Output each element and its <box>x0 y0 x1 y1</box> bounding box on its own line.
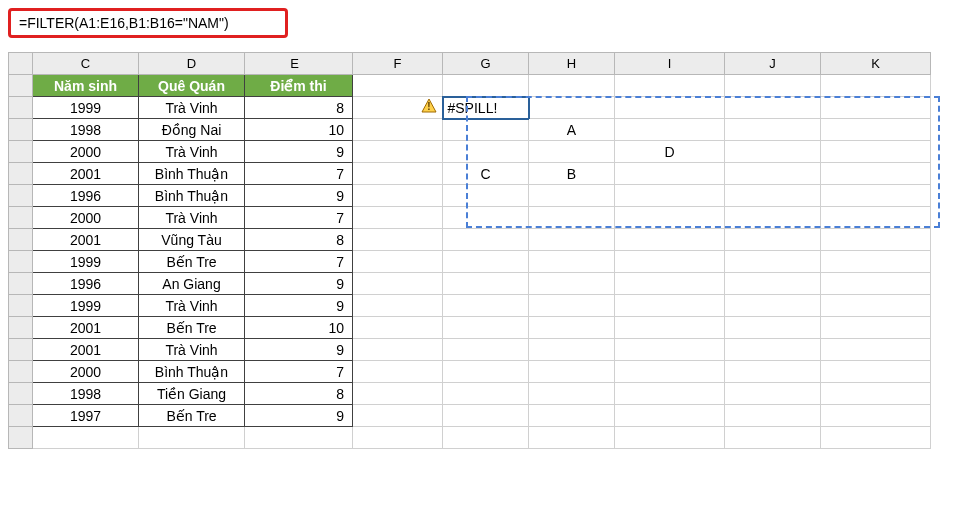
cell[interactable] <box>615 97 725 119</box>
cell[interactable] <box>725 361 821 383</box>
row-header[interactable] <box>9 185 33 207</box>
col-header-f[interactable]: F <box>353 53 443 75</box>
cell[interactable] <box>443 273 529 295</box>
cell[interactable] <box>353 251 443 273</box>
cell[interactable] <box>725 427 821 449</box>
cell[interactable] <box>615 339 725 361</box>
cell[interactable] <box>615 163 725 185</box>
cell[interactable] <box>443 185 529 207</box>
row-header[interactable] <box>9 229 33 251</box>
cell[interactable] <box>529 207 615 229</box>
cell[interactable]: 2001 <box>33 163 139 185</box>
cell[interactable] <box>443 119 529 141</box>
cell[interactable] <box>821 251 931 273</box>
cell[interactable]: 10 <box>245 119 353 141</box>
cell[interactable] <box>443 141 529 163</box>
cell[interactable] <box>725 229 821 251</box>
cell[interactable] <box>821 163 931 185</box>
cell[interactable] <box>821 295 931 317</box>
cell[interactable] <box>443 207 529 229</box>
cell[interactable] <box>615 119 725 141</box>
cell[interactable] <box>529 251 615 273</box>
cell[interactable] <box>353 339 443 361</box>
cell[interactable]: Bến Tre <box>139 251 245 273</box>
row-header[interactable] <box>9 251 33 273</box>
cell[interactable] <box>529 185 615 207</box>
cell[interactable] <box>615 427 725 449</box>
cell[interactable]: 10 <box>245 317 353 339</box>
cell[interactable] <box>443 405 529 427</box>
cell[interactable] <box>821 427 931 449</box>
row-header[interactable] <box>9 383 33 405</box>
cell[interactable] <box>443 295 529 317</box>
cell[interactable] <box>725 251 821 273</box>
cell[interactable] <box>821 317 931 339</box>
cell[interactable] <box>725 163 821 185</box>
cell[interactable]: 2000 <box>33 361 139 383</box>
cell[interactable] <box>615 75 725 97</box>
row-header[interactable] <box>9 361 33 383</box>
spreadsheet-grid[interactable]: C D E F G H I J K Năm sinh Quê Quán Điểm… <box>8 52 931 449</box>
cell[interactable] <box>725 207 821 229</box>
cell[interactable] <box>529 427 615 449</box>
cell[interactable] <box>529 317 615 339</box>
col-header-e[interactable]: E <box>245 53 353 75</box>
row-header[interactable] <box>9 317 33 339</box>
cell[interactable]: 7 <box>245 251 353 273</box>
cell[interactable] <box>353 273 443 295</box>
cell[interactable]: A <box>529 119 615 141</box>
cell[interactable] <box>615 361 725 383</box>
row-header[interactable] <box>9 141 33 163</box>
cell[interactable] <box>821 339 931 361</box>
row-header[interactable] <box>9 295 33 317</box>
cell[interactable] <box>529 361 615 383</box>
cell[interactable] <box>615 251 725 273</box>
col-header-j[interactable]: J <box>725 53 821 75</box>
corner-cell[interactable] <box>9 53 33 75</box>
cell[interactable] <box>245 427 353 449</box>
cell[interactable] <box>821 141 931 163</box>
cell[interactable]: 9 <box>245 273 353 295</box>
cell[interactable] <box>821 405 931 427</box>
cell[interactable]: Trà Vinh <box>139 295 245 317</box>
cell[interactable] <box>725 273 821 295</box>
cell[interactable]: An Giang <box>139 273 245 295</box>
cell[interactable]: Bến Tre <box>139 405 245 427</box>
cell[interactable] <box>821 75 931 97</box>
cell[interactable] <box>353 75 443 97</box>
cell[interactable] <box>353 163 443 185</box>
cell[interactable] <box>443 383 529 405</box>
cell[interactable]: 2001 <box>33 229 139 251</box>
col-header-c[interactable]: C <box>33 53 139 75</box>
cell[interactable]: 9 <box>245 141 353 163</box>
cell[interactable] <box>821 361 931 383</box>
cell[interactable] <box>725 405 821 427</box>
cell[interactable] <box>821 207 931 229</box>
cell[interactable] <box>725 119 821 141</box>
cell[interactable]: Tiền Giang <box>139 383 245 405</box>
warning-icon[interactable]: ! <box>420 97 438 115</box>
cell[interactable] <box>725 295 821 317</box>
cell[interactable]: Bình Thuận <box>139 361 245 383</box>
cell[interactable] <box>529 405 615 427</box>
cell[interactable] <box>529 295 615 317</box>
cell[interactable]: B <box>529 163 615 185</box>
cell[interactable] <box>353 361 443 383</box>
cell[interactable]: 1999 <box>33 251 139 273</box>
cell[interactable] <box>353 383 443 405</box>
cell[interactable] <box>353 405 443 427</box>
cell[interactable] <box>725 383 821 405</box>
cell[interactable]: Bình Thuận <box>139 185 245 207</box>
row-header[interactable] <box>9 427 33 449</box>
cell[interactable]: 8 <box>245 229 353 251</box>
cell[interactable] <box>821 97 931 119</box>
cell[interactable] <box>353 317 443 339</box>
col-header-g[interactable]: G <box>443 53 529 75</box>
cell[interactable]: 8 <box>245 97 353 119</box>
cell[interactable]: 1997 <box>33 405 139 427</box>
cell[interactable] <box>353 427 443 449</box>
col-header-k[interactable]: K <box>821 53 931 75</box>
cell[interactable] <box>529 273 615 295</box>
cell[interactable] <box>529 141 615 163</box>
cell[interactable] <box>725 185 821 207</box>
